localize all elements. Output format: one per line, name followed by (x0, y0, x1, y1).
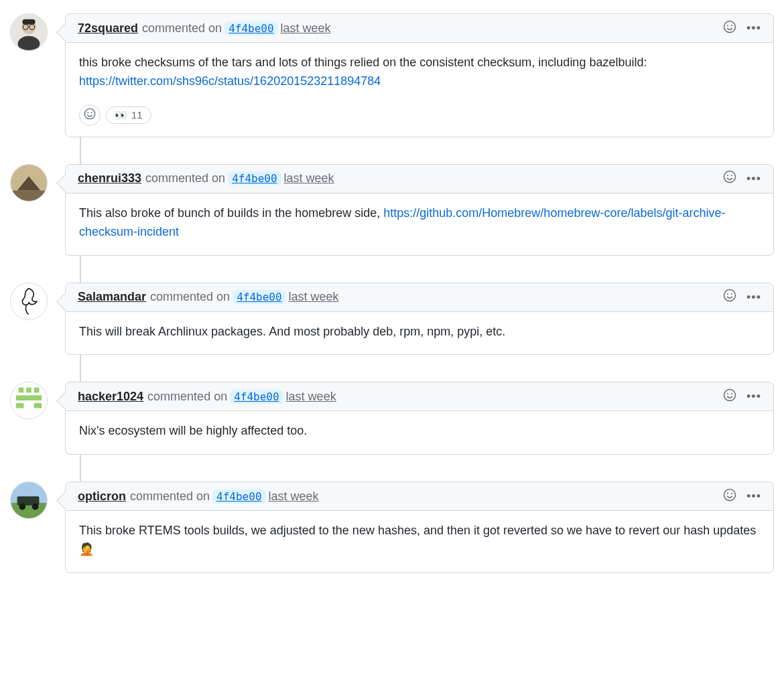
svg-rect-13 (16, 396, 42, 401)
svg-rect-12 (34, 388, 40, 393)
svg-rect-10 (19, 388, 24, 393)
comment-link[interactable]: https://twitter.com/shs96c/status/162020… (79, 74, 381, 88)
header-actions: ••• (722, 389, 761, 404)
comment-item: hacker1024 commented on 4f4be00 last wee… (10, 382, 774, 455)
comment-header: hacker1024 commented on 4f4be00 last wee… (66, 382, 773, 411)
comment-body: This will break Archlinux packages. And … (66, 312, 773, 355)
comment-thread: 72squared commented on 4f4be00 last week… (10, 13, 774, 573)
comment-item: chenrui333 commented on 4f4be00 last wee… (10, 164, 774, 256)
smiley-icon (723, 20, 736, 37)
comment-body: this broke checksums of the tars and lot… (66, 43, 773, 104)
svg-rect-11 (26, 388, 31, 393)
add-reaction-header-button[interactable] (722, 290, 737, 305)
commented-on-label: commented on (142, 21, 222, 35)
comment-box: chenrui333 commented on 4f4be00 last wee… (65, 164, 774, 256)
comment-body: Nix's ecosystem will be highly affected … (66, 411, 773, 454)
comment-text: This will break Archlinux packages. And … (79, 325, 505, 338)
kebab-icon: ••• (746, 490, 761, 502)
eyes-icon: 👀 (115, 109, 127, 121)
kebab-icon: ••• (746, 291, 761, 303)
comment-box: hacker1024 commented on 4f4be00 last wee… (65, 382, 774, 455)
kebab-menu-button[interactable]: ••• (746, 489, 761, 504)
comment-box: 72squared commented on 4f4be00 last week… (65, 13, 774, 137)
comment-box: opticron commented on 4f4be00 last week•… (65, 481, 774, 573)
commented-on-label: commented on (130, 490, 210, 504)
username-link[interactable]: 72squared (78, 21, 138, 35)
timestamp-link[interactable]: last week (284, 171, 334, 185)
add-reaction-button[interactable] (79, 104, 101, 126)
avatar[interactable] (10, 283, 48, 320)
timestamp-link[interactable]: last week (269, 490, 319, 504)
smiley-icon (84, 108, 96, 123)
kebab-menu-button[interactable]: ••• (746, 171, 761, 186)
username-link[interactable]: Salamandar (78, 290, 146, 304)
smiley-icon (723, 289, 736, 305)
commit-ref-link[interactable]: 4f4be00 (233, 290, 285, 304)
add-reaction-header-button[interactable] (722, 389, 737, 404)
username-link[interactable]: chenrui333 (78, 171, 141, 185)
timestamp-link[interactable]: last week (286, 390, 336, 404)
commit-ref-link[interactable]: 4f4be00 (224, 21, 277, 35)
smiley-icon (723, 388, 736, 405)
commented-on-label: commented on (145, 171, 225, 185)
header-actions: ••• (722, 489, 761, 504)
smiley-icon (723, 170, 736, 187)
svg-rect-3 (22, 19, 35, 25)
avatar[interactable] (10, 382, 48, 419)
kebab-menu-button[interactable]: ••• (746, 21, 761, 35)
svg-rect-7 (11, 190, 47, 200)
comment-text: This also broke of bunch of builds in th… (79, 206, 383, 220)
comment-body: This broke RTEMS tools builds, we adjust… (66, 511, 773, 573)
header-actions: ••• (722, 21, 761, 35)
comment-header: opticron commented on 4f4be00 last week•… (66, 482, 773, 511)
svg-point-19 (19, 504, 26, 510)
commit-ref-link[interactable]: 4f4be00 (228, 171, 281, 185)
commit-ref-link[interactable]: 4f4be00 (212, 490, 265, 504)
reaction-count: 11 (131, 109, 143, 121)
svg-rect-14 (16, 403, 24, 408)
avatar[interactable] (10, 13, 48, 51)
add-reaction-header-button[interactable] (722, 171, 737, 186)
smiley-icon (723, 488, 736, 505)
username-link[interactable]: opticron (78, 490, 126, 504)
kebab-menu-button[interactable]: ••• (746, 389, 761, 404)
svg-point-20 (32, 504, 39, 510)
comment-header: 72squared commented on 4f4be00 last week… (66, 14, 773, 43)
comment-header: Salamandar commented on 4f4be00 last wee… (66, 283, 773, 312)
svg-rect-15 (34, 403, 42, 408)
comment-text: Nix's ecosystem will be highly affected … (79, 424, 307, 437)
comment-item: 72squared commented on 4f4be00 last week… (10, 13, 774, 137)
timestamp-link[interactable]: last week (281, 21, 331, 35)
comment-body: This also broke of bunch of builds in th… (66, 194, 773, 255)
kebab-icon: ••• (746, 22, 761, 34)
comment-box: Salamandar commented on 4f4be00 last wee… (65, 283, 774, 356)
comment-header: chenrui333 commented on 4f4be00 last wee… (66, 165, 773, 194)
add-reaction-header-button[interactable] (722, 489, 737, 504)
commented-on-label: commented on (147, 390, 227, 404)
avatar[interactable] (10, 481, 48, 519)
add-reaction-header-button[interactable] (722, 21, 737, 35)
commented-on-label: commented on (150, 290, 230, 304)
comment-item: Salamandar commented on 4f4be00 last wee… (10, 283, 774, 356)
kebab-icon: ••• (746, 390, 761, 402)
kebab-menu-button[interactable]: ••• (746, 290, 761, 305)
header-actions: ••• (722, 171, 761, 186)
timestamp-link[interactable]: last week (289, 290, 339, 304)
commit-ref-link[interactable]: 4f4be00 (230, 390, 283, 404)
comment-text: this broke checksums of the tars and lot… (79, 56, 647, 69)
header-actions: ••• (722, 290, 761, 305)
reactions-bar: 👀11 (66, 104, 773, 137)
reaction-pill[interactable]: 👀11 (106, 106, 151, 124)
comment-item: opticron commented on 4f4be00 last week•… (10, 481, 774, 573)
avatar[interactable] (10, 164, 48, 202)
comment-text: This broke RTEMS tools builds, we adjust… (79, 524, 756, 556)
username-link[interactable]: hacker1024 (78, 390, 143, 404)
kebab-icon: ••• (746, 173, 761, 185)
